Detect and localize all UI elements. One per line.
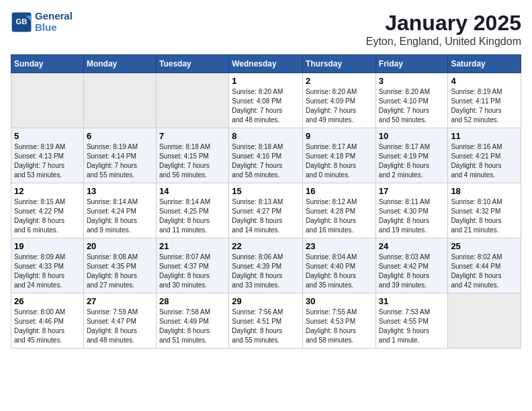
calendar-cell: 16Sunrise: 8:12 AM Sunset: 4:28 PM Dayli… — [303, 183, 376, 238]
page-title: January 2025 — [366, 11, 521, 36]
day-info: Sunrise: 8:08 AM Sunset: 4:35 PM Dayligh… — [87, 253, 153, 290]
day-info: Sunrise: 7:59 AM Sunset: 4:47 PM Dayligh… — [87, 308, 153, 345]
day-info: Sunrise: 7:55 AM Sunset: 4:53 PM Dayligh… — [306, 308, 373, 345]
day-number: 21 — [159, 241, 226, 251]
day-info: Sunrise: 8:00 AM Sunset: 4:46 PM Dayligh… — [14, 308, 81, 345]
calendar-cell: 1Sunrise: 8:20 AM Sunset: 4:08 PM Daylig… — [229, 73, 303, 128]
day-info: Sunrise: 8:14 AM Sunset: 4:24 PM Dayligh… — [87, 197, 153, 235]
day-number: 7 — [159, 131, 226, 141]
day-info: Sunrise: 8:12 AM Sunset: 4:28 PM Dayligh… — [306, 197, 373, 235]
day-info: Sunrise: 8:18 AM Sunset: 4:16 PM Dayligh… — [232, 142, 300, 180]
day-info: Sunrise: 8:09 AM Sunset: 4:33 PM Dayligh… — [14, 253, 81, 290]
day-number: 29 — [232, 296, 300, 306]
day-info: Sunrise: 8:11 AM Sunset: 4:30 PM Dayligh… — [379, 197, 445, 235]
calendar-cell: 25Sunrise: 8:02 AM Sunset: 4:44 PM Dayli… — [448, 238, 521, 293]
calendar-cell: 28Sunrise: 7:58 AM Sunset: 4:49 PM Dayli… — [156, 293, 228, 349]
day-info: Sunrise: 8:19 AM Sunset: 4:11 PM Dayligh… — [451, 87, 518, 125]
day-info: Sunrise: 8:13 AM Sunset: 4:27 PM Dayligh… — [232, 197, 300, 235]
day-number: 23 — [306, 241, 373, 251]
day-info: Sunrise: 8:06 AM Sunset: 4:39 PM Dayligh… — [232, 253, 300, 290]
day-number: 27 — [87, 296, 153, 306]
day-info: Sunrise: 8:15 AM Sunset: 4:22 PM Dayligh… — [14, 197, 81, 235]
weekday-header-tuesday: Tuesday — [156, 55, 228, 73]
calendar-cell: 29Sunrise: 7:56 AM Sunset: 4:51 PM Dayli… — [229, 293, 303, 349]
weekday-header-wednesday: Wednesday — [229, 55, 303, 73]
day-number: 12 — [14, 186, 81, 196]
day-number: 30 — [306, 296, 373, 306]
day-info: Sunrise: 8:20 AM Sunset: 4:10 PM Dayligh… — [379, 87, 445, 125]
day-number: 17 — [379, 186, 445, 196]
day-number: 20 — [87, 241, 153, 251]
calendar-cell: 6Sunrise: 8:19 AM Sunset: 4:14 PM Daylig… — [83, 128, 156, 183]
day-info: Sunrise: 8:07 AM Sunset: 4:37 PM Dayligh… — [159, 253, 226, 290]
day-number: 5 — [14, 131, 81, 141]
calendar-cell: 27Sunrise: 7:59 AM Sunset: 4:47 PM Dayli… — [83, 293, 156, 349]
day-info: Sunrise: 7:53 AM Sunset: 4:55 PM Dayligh… — [379, 308, 445, 345]
calendar-table: SundayMondayTuesdayWednesdayThursdayFrid… — [11, 54, 521, 349]
page-header: GB General Blue January 2025 Eyton, Engl… — [11, 11, 521, 48]
calendar-cell: 31Sunrise: 7:53 AM Sunset: 4:55 PM Dayli… — [375, 293, 448, 349]
calendar-cell: 24Sunrise: 8:03 AM Sunset: 4:42 PM Dayli… — [375, 238, 448, 293]
calendar-cell: 21Sunrise: 8:07 AM Sunset: 4:37 PM Dayli… — [156, 238, 228, 293]
calendar-cell: 5Sunrise: 8:19 AM Sunset: 4:13 PM Daylig… — [11, 128, 84, 183]
calendar-cell: 9Sunrise: 8:17 AM Sunset: 4:18 PM Daylig… — [303, 128, 376, 183]
day-number: 14 — [159, 186, 226, 196]
logo: GB General Blue — [11, 11, 73, 33]
week-row-5: 26Sunrise: 8:00 AM Sunset: 4:46 PM Dayli… — [11, 293, 521, 349]
weekday-header-saturday: Saturday — [448, 55, 521, 73]
svg-text:GB: GB — [16, 17, 28, 26]
calendar-cell: 20Sunrise: 8:08 AM Sunset: 4:35 PM Dayli… — [83, 238, 156, 293]
weekday-header-sunday: Sunday — [11, 55, 84, 73]
day-info: Sunrise: 8:14 AM Sunset: 4:25 PM Dayligh… — [159, 197, 226, 235]
day-info: Sunrise: 8:17 AM Sunset: 4:19 PM Dayligh… — [379, 142, 445, 180]
day-number: 31 — [379, 296, 445, 306]
day-number: 25 — [451, 241, 518, 251]
day-info: Sunrise: 7:56 AM Sunset: 4:51 PM Dayligh… — [232, 308, 300, 345]
day-number: 22 — [232, 241, 300, 251]
calendar-cell: 22Sunrise: 8:06 AM Sunset: 4:39 PM Dayli… — [229, 238, 303, 293]
day-number: 1 — [232, 76, 300, 86]
weekday-header-thursday: Thursday — [303, 55, 376, 73]
day-number: 15 — [232, 186, 300, 196]
weekday-header-monday: Monday — [83, 55, 156, 73]
day-number: 9 — [306, 131, 373, 141]
calendar-cell: 15Sunrise: 8:13 AM Sunset: 4:27 PM Dayli… — [229, 183, 303, 238]
day-info: Sunrise: 8:19 AM Sunset: 4:14 PM Dayligh… — [87, 142, 153, 180]
calendar-cell: 4Sunrise: 8:19 AM Sunset: 4:11 PM Daylig… — [448, 73, 521, 128]
calendar-cell: 19Sunrise: 8:09 AM Sunset: 4:33 PM Dayli… — [11, 238, 84, 293]
day-info: Sunrise: 8:02 AM Sunset: 4:44 PM Dayligh… — [451, 253, 518, 290]
week-row-1: 1Sunrise: 8:20 AM Sunset: 4:08 PM Daylig… — [11, 73, 521, 128]
day-number: 18 — [451, 186, 518, 196]
day-info: Sunrise: 8:17 AM Sunset: 4:18 PM Dayligh… — [306, 142, 373, 180]
day-number: 19 — [14, 241, 81, 251]
day-number: 13 — [87, 186, 153, 196]
calendar-cell: 3Sunrise: 8:20 AM Sunset: 4:10 PM Daylig… — [375, 73, 448, 128]
title-section: January 2025 Eyton, England, United King… — [366, 11, 521, 48]
calendar-cell: 18Sunrise: 8:10 AM Sunset: 4:32 PM Dayli… — [448, 183, 521, 238]
day-number: 4 — [451, 76, 518, 86]
calendar-cell: 26Sunrise: 8:00 AM Sunset: 4:46 PM Dayli… — [11, 293, 84, 349]
day-number: 6 — [87, 131, 153, 141]
page-subtitle: Eyton, England, United Kingdom — [366, 36, 521, 48]
calendar-cell — [11, 73, 84, 128]
day-info: Sunrise: 8:20 AM Sunset: 4:08 PM Dayligh… — [232, 87, 300, 125]
calendar-cell: 11Sunrise: 8:16 AM Sunset: 4:21 PM Dayli… — [448, 128, 521, 183]
calendar-cell: 30Sunrise: 7:55 AM Sunset: 4:53 PM Dayli… — [303, 293, 376, 349]
day-info: Sunrise: 8:16 AM Sunset: 4:21 PM Dayligh… — [451, 142, 518, 180]
calendar-cell: 7Sunrise: 8:18 AM Sunset: 4:15 PM Daylig… — [156, 128, 228, 183]
day-info: Sunrise: 8:04 AM Sunset: 4:40 PM Dayligh… — [306, 253, 373, 290]
day-number: 28 — [159, 296, 226, 306]
day-number: 16 — [306, 186, 373, 196]
day-number: 3 — [379, 76, 445, 86]
logo-line1: General — [35, 11, 73, 22]
day-info: Sunrise: 8:18 AM Sunset: 4:15 PM Dayligh… — [159, 142, 226, 180]
calendar-cell: 8Sunrise: 8:18 AM Sunset: 4:16 PM Daylig… — [229, 128, 303, 183]
calendar-cell — [156, 73, 228, 128]
calendar-cell: 13Sunrise: 8:14 AM Sunset: 4:24 PM Dayli… — [83, 183, 156, 238]
day-info: Sunrise: 8:03 AM Sunset: 4:42 PM Dayligh… — [379, 253, 445, 290]
calendar-cell: 14Sunrise: 8:14 AM Sunset: 4:25 PM Dayli… — [156, 183, 228, 238]
day-number: 24 — [379, 241, 445, 251]
day-number: 8 — [232, 131, 300, 141]
calendar-cell: 12Sunrise: 8:15 AM Sunset: 4:22 PM Dayli… — [11, 183, 84, 238]
calendar-cell: 17Sunrise: 8:11 AM Sunset: 4:30 PM Dayli… — [375, 183, 448, 238]
